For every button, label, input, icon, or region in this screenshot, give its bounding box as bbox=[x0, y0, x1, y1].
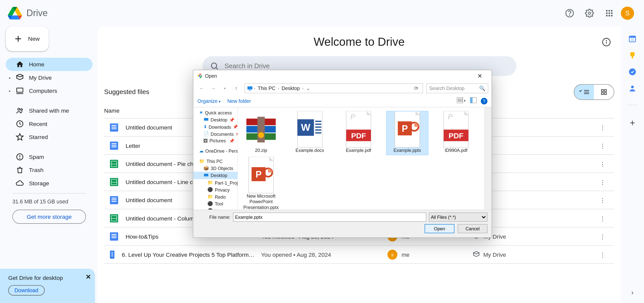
svg-point-14 bbox=[21, 109, 22, 110]
tree-documents[interactable]: 📄Documents📌 bbox=[193, 131, 238, 138]
nav-up-icon[interactable]: ↑ bbox=[231, 83, 241, 93]
dialog-close-button[interactable]: ✕ bbox=[472, 70, 488, 82]
file-filter-select[interactable]: All Files (*.*) bbox=[429, 212, 487, 222]
dialog-file-item[interactable]: PExample.pptx bbox=[387, 111, 428, 155]
file-row[interactable]: 6. Level Up Your Creative Projects 5 Top… bbox=[104, 246, 614, 264]
grid-view-button[interactable] bbox=[594, 84, 614, 99]
apps-grid-icon[interactable] bbox=[601, 5, 618, 22]
tree-3d[interactable]: 📦3D Objects bbox=[193, 165, 238, 172]
nav-recent-icon[interactable]: ▾ bbox=[220, 83, 230, 93]
more-actions-icon[interactable]: ⋮ bbox=[596, 211, 610, 225]
keep-icon[interactable] bbox=[628, 51, 637, 60]
tree-tool[interactable]: ⚫Tool bbox=[193, 200, 238, 207]
refresh-icon[interactable]: ⟳ bbox=[412, 85, 421, 91]
settings-gear-icon[interactable] bbox=[581, 5, 598, 22]
welcome-heading: Welcome to Drive bbox=[97, 26, 621, 56]
more-actions-icon[interactable]: ⋮ bbox=[596, 139, 610, 152]
docs-icon bbox=[110, 232, 118, 240]
info-icon[interactable] bbox=[602, 36, 611, 50]
nav-trash[interactable]: Trash bbox=[6, 163, 93, 177]
search-icon: 🔍 bbox=[479, 85, 485, 91]
file-grid[interactable]: 20.zipWExample.docxPPDFExample.pdfPExamp… bbox=[238, 107, 491, 210]
more-actions-icon[interactable]: ⋮ bbox=[596, 121, 610, 134]
more-actions-icon[interactable]: ⋮ bbox=[596, 230, 610, 243]
svg-point-4 bbox=[609, 10, 610, 12]
nav-my-drive[interactable]: ▸ My Drive bbox=[6, 71, 93, 84]
hide-panel-icon[interactable]: › bbox=[631, 289, 634, 296]
dialog-file-name: 20.zip bbox=[255, 148, 267, 153]
nav-home[interactable]: Home bbox=[6, 58, 93, 71]
svg-point-5 bbox=[611, 10, 613, 12]
nav-recent[interactable]: Recent bbox=[6, 117, 93, 131]
more-actions-icon[interactable]: ⋮ bbox=[596, 248, 610, 261]
list-view-button[interactable] bbox=[574, 84, 594, 99]
tree-privacy[interactable]: ⚫Privacy bbox=[193, 186, 238, 193]
tree-quick-access[interactable]: ★Quick access bbox=[193, 109, 238, 116]
tasks-icon[interactable] bbox=[628, 68, 637, 76]
nav-computers[interactable]: ▸ Computers bbox=[6, 84, 93, 98]
file-name: Untitled document - Colum… bbox=[126, 215, 200, 221]
nav-spam[interactable]: Spam bbox=[6, 150, 93, 163]
nav-shared[interactable]: Shared with me bbox=[6, 104, 93, 117]
new-button[interactable]: New bbox=[6, 26, 49, 51]
help-icon[interactable]: ? bbox=[481, 98, 487, 104]
calendar-icon[interactable]: 31 bbox=[628, 35, 637, 43]
more-actions-icon[interactable]: ⋮ bbox=[596, 193, 610, 207]
get-more-storage-button[interactable]: Get more storage bbox=[12, 210, 86, 224]
more-actions-icon[interactable]: ⋮ bbox=[596, 175, 610, 189]
nav-starred[interactable]: Starred bbox=[6, 131, 93, 144]
dialog-file-item[interactable]: PPDFExample.pdf bbox=[338, 111, 379, 155]
tree-this-pc[interactable]: 📁This PC bbox=[193, 158, 238, 165]
dialog-file-item[interactable]: WExample.docx bbox=[289, 111, 330, 155]
view-mode-icon[interactable] bbox=[457, 97, 466, 104]
tree-redo[interactable]: 📁Redo bbox=[193, 193, 238, 200]
promo-download-button[interactable]: Download bbox=[8, 285, 45, 295]
expand-triangle-icon[interactable]: ▸ bbox=[9, 76, 11, 79]
tree-desktop-pc[interactable]: Desktop bbox=[193, 172, 238, 179]
desktop-promo: ✕ Get Drive for desktop Download bbox=[0, 269, 95, 303]
storage-used-text: 31.6 MB of 15 GB used bbox=[6, 199, 93, 205]
star-icon bbox=[16, 133, 24, 141]
preview-pane-icon[interactable] bbox=[470, 97, 477, 104]
dialog-file-item[interactable]: PPDFID990A.pdf bbox=[435, 111, 477, 155]
file-reason: You opened • Aug 28, 2024 bbox=[261, 251, 381, 258]
dialog-file-item[interactable]: PNew Microsoft PowerPoint Presentation.p… bbox=[240, 157, 282, 210]
trash-icon bbox=[16, 166, 24, 174]
suggested-files-heading: Suggested files bbox=[104, 88, 149, 96]
new-folder-button[interactable]: New folder bbox=[227, 98, 251, 104]
tree-desktop[interactable]: Desktop📌 bbox=[193, 116, 238, 123]
svg-text:PDF: PDF bbox=[449, 132, 464, 140]
help-icon[interactable] bbox=[561, 5, 578, 22]
tree-part1[interactable]: 📁Part-1_Project-I bbox=[193, 179, 238, 186]
cancel-button[interactable]: Cancel bbox=[458, 224, 487, 233]
dialog-titlebar[interactable]: Open ✕ bbox=[193, 70, 491, 82]
logo-area[interactable]: Drive bbox=[7, 5, 97, 22]
docx-file-icon: W bbox=[293, 113, 326, 146]
search-input[interactable] bbox=[224, 62, 509, 70]
contacts-icon[interactable] bbox=[628, 84, 637, 93]
expand-triangle-icon[interactable]: ▸ bbox=[9, 89, 11, 93]
get-addons-icon[interactable]: + bbox=[630, 118, 635, 128]
file-name: Untitled document - Pie ch… bbox=[126, 160, 199, 167]
tree-pictures[interactable]: 🖼Pictures📌 bbox=[193, 138, 238, 144]
svg-rect-56 bbox=[444, 111, 468, 147]
organize-menu[interactable]: Organize bbox=[198, 98, 221, 104]
dialog-search[interactable]: Search Desktop 🔍 bbox=[426, 83, 488, 93]
svg-point-29 bbox=[629, 68, 636, 75]
tree-downloads[interactable]: ⬇Downloads📌 bbox=[193, 123, 238, 131]
promo-close-icon[interactable]: ✕ bbox=[86, 273, 91, 281]
dialog-file-item[interactable]: 20.zip bbox=[240, 111, 282, 155]
nav-back-icon[interactable]: ← bbox=[197, 83, 206, 93]
more-actions-icon[interactable]: ⋮ bbox=[596, 157, 610, 170]
app-header: Drive S bbox=[0, 0, 644, 26]
breadcrumb-bar[interactable]: › This PC › Desktop › ⌄ ⟳ bbox=[245, 83, 423, 93]
svg-point-17 bbox=[20, 158, 20, 158]
file-location[interactable]: My Drive bbox=[473, 251, 539, 258]
tree-v[interactable]: ⚫V bbox=[193, 207, 238, 210]
filename-input[interactable] bbox=[233, 212, 426, 222]
breadcrumb-dropdown-icon[interactable]: ⌄ bbox=[304, 85, 312, 91]
open-button[interactable]: Open bbox=[425, 224, 454, 233]
account-avatar[interactable]: S bbox=[621, 7, 634, 20]
nav-storage[interactable]: Storage bbox=[6, 177, 93, 190]
tree-onedrive[interactable]: ☁OneDrive - Person bbox=[193, 147, 238, 154]
